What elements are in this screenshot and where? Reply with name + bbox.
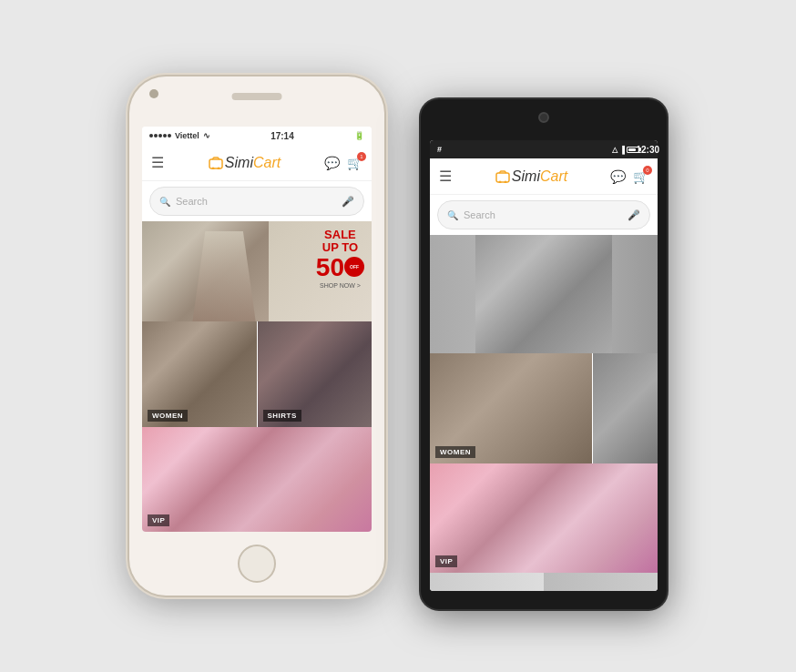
iphone-home-button[interactable] xyxy=(238,545,276,583)
android-right-cell[interactable] xyxy=(593,353,658,463)
android-grid-row1: WOMEN xyxy=(430,353,658,463)
shirts-label: SHIRTS xyxy=(263,410,301,422)
iphone-camera xyxy=(149,89,158,98)
android-mic-icon[interactable]: 🎤 xyxy=(628,209,640,221)
android-logo-text: SimiCart xyxy=(512,168,567,185)
signal-dots xyxy=(149,134,171,137)
iphone-device: Viettel ∿ 17:14 🔋 ☰ xyxy=(129,76,384,596)
battery-fill xyxy=(628,148,636,151)
bottom-cell-1 xyxy=(430,573,544,591)
android-nav-bar: ☰ SimiCart 💬 🛒 0 xyxy=(430,158,658,195)
shop-now-link[interactable]: SHOP NOW > xyxy=(316,282,364,289)
android-banner xyxy=(430,235,658,353)
android-banner-person xyxy=(475,235,612,353)
vip-label: VIP xyxy=(148,514,169,526)
iphone-banner: SALE UP TO 50 OFF SHOP NOW > xyxy=(142,221,372,321)
shirts-cell[interactable]: SHIRTS xyxy=(258,321,372,427)
cart-icon[interactable]: 🛒 1 xyxy=(347,156,362,170)
android-cart-badge: 0 xyxy=(643,166,652,175)
iphone-battery-icon: 🔋 xyxy=(354,131,364,140)
android-women-cell[interactable]: WOMEN xyxy=(430,353,592,463)
android-status-left: # xyxy=(437,145,442,154)
android-screen: # 12:30 △ ▐ ☰ xyxy=(430,140,658,591)
android-vip-cell[interactable]: VIP xyxy=(430,463,658,574)
simicart-logo: SimiCart xyxy=(208,155,281,171)
hash-icon: # xyxy=(437,145,442,154)
sale-title: SALE xyxy=(316,229,364,241)
android-women-label: WOMEN xyxy=(435,446,475,458)
chat-icon[interactable]: 💬 xyxy=(324,156,340,170)
iphone-grid-row2: VIP xyxy=(142,427,372,533)
iphone-status-left: Viettel ∿ xyxy=(149,131,210,140)
logo-cart-svg xyxy=(208,157,224,169)
bottom-cell-2 xyxy=(544,573,658,591)
android-simicart-logo: SimiCart xyxy=(495,168,567,185)
svg-point-4 xyxy=(498,180,501,183)
iphone-search-placeholder: Search xyxy=(176,196,336,207)
iphone-content: SALE UP TO 50 OFF SHOP NOW > WOMEN xyxy=(142,221,372,532)
android-search-icon: 🔍 xyxy=(447,210,458,220)
banner-figure xyxy=(142,221,269,321)
iphone-time: 17:14 xyxy=(270,131,294,141)
iphone-grid-row1: WOMEN SHIRTS xyxy=(142,321,372,427)
android-camera xyxy=(538,112,549,123)
sale-percent: 50 xyxy=(316,255,344,280)
iphone-nav-bar: ☰ SimiCart 💬 🛒 1 xyxy=(142,145,372,181)
iphone-status-bar: Viettel ∿ 17:14 🔋 xyxy=(142,127,372,145)
carrier-name: Viettel xyxy=(175,131,199,140)
android-wifi-icon: △ xyxy=(612,146,617,154)
android-device: # 12:30 △ ▐ ☰ xyxy=(421,99,667,609)
vip-cell[interactable]: VIP xyxy=(142,427,372,533)
android-nav-icons: 💬 🛒 0 xyxy=(610,169,648,184)
mic-icon[interactable]: 🎤 xyxy=(342,196,354,208)
iphone-screen: Viettel ∿ 17:14 🔋 ☰ xyxy=(142,127,372,532)
android-grid-row2: VIP xyxy=(430,463,658,574)
logo-text: SimiCart xyxy=(225,155,281,171)
signal-dot-3 xyxy=(158,134,162,137)
svg-point-2 xyxy=(217,167,219,169)
android-bottom-strip xyxy=(430,573,658,591)
android-signal-icon: ▐ xyxy=(619,146,625,154)
android-content: WOMEN VIP xyxy=(430,235,658,591)
svg-rect-0 xyxy=(209,159,222,168)
svg-point-1 xyxy=(211,167,214,169)
android-logo-svg xyxy=(495,170,511,183)
iphone-search-bar[interactable]: 🔍 Search 🎤 xyxy=(149,187,364,216)
android-battery-icon xyxy=(627,147,639,153)
android-hamburger-icon[interactable]: ☰ xyxy=(439,168,452,185)
android-cart-icon[interactable]: 🛒 0 xyxy=(633,169,648,184)
android-search-bar[interactable]: 🔍 Search 🎤 xyxy=(437,200,650,229)
android-chat-icon[interactable]: 💬 xyxy=(610,169,626,184)
sale-off: OFF xyxy=(344,257,364,277)
hamburger-menu-icon[interactable]: ☰ xyxy=(151,154,164,171)
svg-rect-3 xyxy=(496,173,509,182)
svg-point-5 xyxy=(504,180,506,183)
women-label: WOMEN xyxy=(148,410,188,422)
android-vip-label: VIP xyxy=(435,555,457,567)
wifi-icon: ∿ xyxy=(203,131,210,140)
phones-container: Viettel ∿ 17:14 🔋 ☰ xyxy=(129,63,667,609)
signal-dot-2 xyxy=(154,134,158,137)
search-icon: 🔍 xyxy=(159,197,170,207)
iphone-nav-icons: 💬 🛒 1 xyxy=(324,156,362,170)
android-status-bar: # 12:30 △ ▐ xyxy=(430,140,658,158)
cart-badge: 1 xyxy=(357,152,366,161)
women-cell[interactable]: WOMEN xyxy=(142,321,257,427)
iphone-status-right: 🔋 xyxy=(354,131,364,140)
android-status-right: △ ▐ xyxy=(612,146,639,154)
android-search-placeholder: Search xyxy=(464,209,622,220)
signal-dot-5 xyxy=(168,134,171,137)
signal-dot-4 xyxy=(163,134,167,137)
signal-dot-1 xyxy=(149,134,153,137)
banner-sale-text: SALE UP TO 50 OFF SHOP NOW > xyxy=(316,229,364,289)
